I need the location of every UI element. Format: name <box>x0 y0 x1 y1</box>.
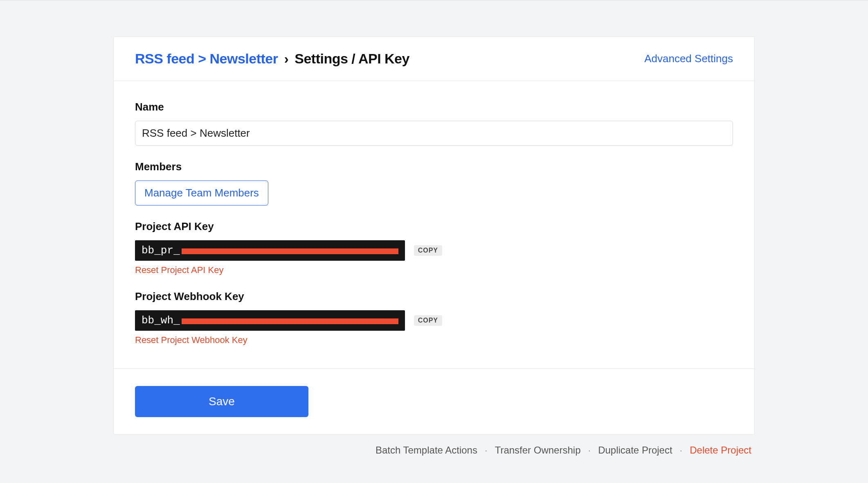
copy-webhook-key-button[interactable]: COPY <box>414 315 442 326</box>
webhook-key-prefix: bb_wh_ <box>142 314 180 327</box>
api-key-label: Project API Key <box>135 220 733 233</box>
save-button[interactable]: Save <box>135 386 308 417</box>
breadcrumb: RSS feed > Newsletter › Settings / API K… <box>135 51 409 67</box>
footer-actions: Batch Template Actions · Transfer Owners… <box>113 445 755 456</box>
copy-api-key-button[interactable]: COPY <box>414 245 442 256</box>
reset-webhook-key-link[interactable]: Reset Project Webhook Key <box>135 335 247 345</box>
separator-dot: · <box>588 445 591 456</box>
webhook-key-label: Project Webhook Key <box>135 290 733 303</box>
webhook-key-redaction <box>182 318 398 324</box>
batch-template-actions-link[interactable]: Batch Template Actions <box>376 445 477 456</box>
webhook-key-row: bb_wh_ COPY <box>135 310 733 331</box>
duplicate-project-link[interactable]: Duplicate Project <box>598 445 672 456</box>
webhook-key-value[interactable]: bb_wh_ <box>135 310 405 331</box>
card-header: RSS feed > Newsletter › Settings / API K… <box>114 37 754 81</box>
api-key-prefix: bb_pr_ <box>142 244 180 257</box>
name-label: Name <box>135 101 733 113</box>
reset-api-key-link[interactable]: Reset Project API Key <box>135 265 223 275</box>
api-key-row: bb_pr_ COPY <box>135 240 733 261</box>
separator-dot: · <box>485 445 488 456</box>
breadcrumb-current: Settings / API Key <box>295 51 409 66</box>
card-footer: Save <box>114 369 754 434</box>
breadcrumb-separator: › <box>281 51 291 66</box>
api-key-redaction <box>182 248 398 254</box>
breadcrumb-project-link[interactable]: RSS feed > Newsletter <box>135 51 278 66</box>
name-input[interactable] <box>135 121 733 146</box>
delete-project-link[interactable]: Delete Project <box>690 445 751 456</box>
separator-dot: · <box>680 445 683 456</box>
members-label: Members <box>135 160 733 173</box>
card-body: Name Members Manage Team Members Project… <box>114 81 754 369</box>
advanced-settings-link[interactable]: Advanced Settings <box>644 52 733 65</box>
api-key-value[interactable]: bb_pr_ <box>135 240 405 261</box>
settings-card: RSS feed > Newsletter › Settings / API K… <box>113 36 755 435</box>
manage-team-members-button[interactable]: Manage Team Members <box>135 181 268 205</box>
transfer-ownership-link[interactable]: Transfer Ownership <box>495 445 581 456</box>
